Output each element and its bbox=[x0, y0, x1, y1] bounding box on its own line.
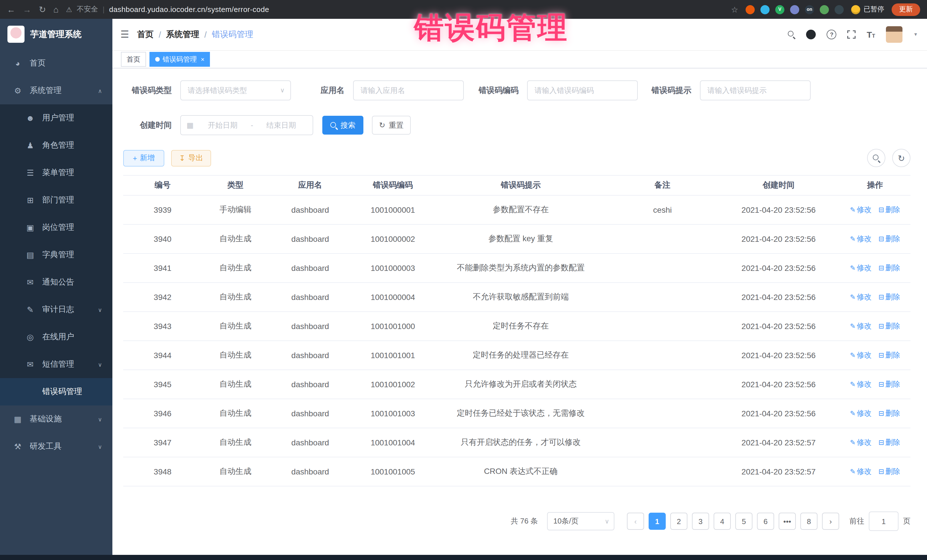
breadcrumb-item[interactable]: 首页 bbox=[137, 29, 154, 40]
edit-link[interactable]: ✎修改 bbox=[850, 322, 872, 330]
page-size-select[interactable]: 10条/页 ∨ bbox=[547, 512, 614, 530]
user-avatar[interactable] bbox=[886, 26, 903, 43]
edit-link[interactable]: ✎修改 bbox=[850, 351, 872, 359]
online-icon: ◎ bbox=[24, 332, 36, 341]
app-name-input[interactable] bbox=[353, 80, 464, 100]
sidebar-logo[interactable]: 芋道管理系统 bbox=[0, 19, 112, 50]
sidebar-item-role[interactable]: ♟角色管理 bbox=[0, 132, 112, 159]
forward-icon[interactable]: → bbox=[23, 5, 31, 14]
close-tab-icon[interactable]: × bbox=[201, 56, 205, 63]
sidebar-item-notice[interactable]: ✉通知公告 bbox=[0, 269, 112, 296]
error-code-input[interactable] bbox=[527, 80, 638, 100]
extension-vue-devtools-icon[interactable]: V bbox=[775, 5, 784, 14]
browser-home-icon[interactable]: ⌂ bbox=[53, 5, 58, 14]
back-icon[interactable]: ← bbox=[7, 5, 15, 14]
edit-link[interactable]: ✎修改 bbox=[850, 293, 872, 301]
edit-link[interactable]: ✎修改 bbox=[850, 438, 872, 446]
more-pages-button[interactable]: ••• bbox=[779, 513, 796, 530]
page-button-6[interactable]: 6 bbox=[757, 513, 774, 530]
sidebar-item-label: 系统管理 bbox=[30, 85, 62, 96]
reset-icon: ↻ bbox=[379, 121, 385, 129]
edit-link[interactable]: ✎修改 bbox=[850, 205, 872, 214]
delete-link[interactable]: ⊟删除 bbox=[878, 293, 900, 301]
prev-page-button[interactable]: ‹ bbox=[627, 513, 644, 530]
sidebar-item-post[interactable]: ▣岗位管理 bbox=[0, 214, 112, 241]
sidebar-item-user[interactable]: ☻用户管理 bbox=[0, 104, 112, 132]
extension-location-icon[interactable] bbox=[760, 5, 769, 14]
page-button-4[interactable]: 4 bbox=[714, 513, 731, 530]
cell-id: 3942 bbox=[123, 282, 202, 312]
error-hint-input[interactable] bbox=[700, 80, 811, 100]
sidebar-item-menu[interactable]: ☰菜单管理 bbox=[0, 159, 112, 187]
delete-link[interactable]: ⊟删除 bbox=[878, 205, 900, 214]
sidebar-item-home[interactable]: ◕首页 bbox=[0, 50, 112, 77]
page-button-3[interactable]: 3 bbox=[692, 513, 709, 530]
sidebar-item-dict[interactable]: ▤字典管理 bbox=[0, 241, 112, 269]
avatar-caret-icon[interactable]: ▼ bbox=[913, 32, 918, 37]
sidebar-item-errcode[interactable]: 错误码管理 bbox=[0, 378, 112, 405]
goto-page-input[interactable] bbox=[869, 511, 898, 531]
sidebar-item-online[interactable]: ◎在线用户 bbox=[0, 323, 112, 351]
address-bar[interactable]: ⚠ 不安全 | dashboard.yudao.iocoder.cn/syste… bbox=[66, 5, 738, 14]
delete-link[interactable]: ⊟删除 bbox=[878, 234, 900, 243]
sidebar-item-infra[interactable]: ▦基础设施∨ bbox=[0, 405, 112, 433]
extension-grid-icon[interactable] bbox=[790, 5, 799, 14]
refresh-table-button[interactable]: ↻ bbox=[892, 149, 910, 167]
sidebar-item-gear[interactable]: ⚙系统管理∧ bbox=[0, 77, 112, 104]
font-size-icon[interactable]: TT bbox=[867, 30, 875, 39]
delete-link[interactable]: ⊟删除 bbox=[878, 409, 900, 417]
delete-link[interactable]: ⊟删除 bbox=[878, 467, 900, 476]
sidebar-item-log[interactable]: ✎审计日志∨ bbox=[0, 296, 112, 323]
fullscreen-icon[interactable] bbox=[847, 30, 856, 39]
extension-pin-icon[interactable] bbox=[834, 5, 844, 14]
page-button-2[interactable]: 2 bbox=[670, 513, 687, 530]
search-button[interactable]: 搜索 bbox=[322, 116, 363, 135]
breadcrumb-item[interactable]: 系统管理 bbox=[166, 29, 199, 40]
cell-time: 2021-04-20 23:52:56 bbox=[718, 282, 840, 312]
browser-update-button[interactable]: 更新 bbox=[892, 3, 920, 16]
github-icon[interactable] bbox=[806, 30, 816, 39]
delete-link[interactable]: ⊟删除 bbox=[878, 322, 900, 330]
tab-item[interactable]: 首页 bbox=[121, 52, 146, 67]
tab-label: 首页 bbox=[127, 55, 140, 64]
delete-link[interactable]: ⊟删除 bbox=[878, 351, 900, 359]
edit-link[interactable]: ✎修改 bbox=[850, 234, 872, 243]
add-button[interactable]: + 新增 bbox=[123, 150, 164, 166]
date-range-picker[interactable]: ▦ 开始日期 - 结束日期 bbox=[180, 115, 313, 135]
cell-code: 1001001005 bbox=[351, 457, 434, 486]
paused-badge[interactable]: 已暂停 bbox=[851, 5, 884, 14]
extension-green-icon[interactable] bbox=[820, 5, 829, 14]
reset-button[interactable]: ↻ 重置 bbox=[372, 116, 411, 135]
filter-create-time: 创建时间 ▦ 开始日期 - 结束日期 bbox=[123, 115, 313, 135]
column-header: 创建时间 bbox=[718, 175, 840, 195]
help-icon[interactable]: ? bbox=[827, 30, 837, 39]
sidebar-item-dept[interactable]: ⊞部门管理 bbox=[0, 187, 112, 214]
sidebar-item-tool[interactable]: ⚒研发工具∨ bbox=[0, 433, 112, 460]
toggle-search-icon bbox=[873, 155, 880, 161]
edit-link[interactable]: ✎修改 bbox=[850, 264, 872, 272]
collapse-sidebar-icon[interactable]: ☰ bbox=[112, 29, 137, 41]
search-icon[interactable] bbox=[788, 31, 795, 38]
cell-code: 1001001002 bbox=[351, 370, 434, 399]
page-button-5[interactable]: 5 bbox=[736, 513, 752, 530]
next-page-button[interactable]: › bbox=[822, 513, 839, 530]
delete-link[interactable]: ⊟删除 bbox=[878, 380, 900, 389]
edit-link[interactable]: ✎修改 bbox=[850, 380, 872, 389]
extension-red-icon[interactable] bbox=[746, 5, 755, 14]
role-icon: ♟ bbox=[24, 141, 36, 150]
edit-link[interactable]: ✎修改 bbox=[850, 409, 872, 417]
edit-link[interactable]: ✎修改 bbox=[850, 467, 872, 476]
extension-switch-icon[interactable]: on bbox=[805, 5, 814, 14]
toggle-search-button[interactable] bbox=[867, 149, 885, 167]
page-button-1[interactable]: 1 bbox=[649, 513, 666, 530]
reload-icon[interactable]: ↻ bbox=[39, 5, 46, 14]
export-button[interactable]: ↧ 导出 bbox=[171, 150, 211, 166]
error-type-select[interactable]: 请选择错误码类型 ∨ bbox=[180, 80, 291, 100]
cell-time: 2021-04-20 23:52:56 bbox=[718, 341, 840, 370]
sidebar-item-sms[interactable]: ✉短信管理∨ bbox=[0, 351, 112, 378]
delete-link[interactable]: ⊟删除 bbox=[878, 264, 900, 272]
tab-active[interactable]: 错误码管理× bbox=[149, 52, 210, 67]
delete-link[interactable]: ⊟删除 bbox=[878, 438, 900, 446]
page-button-8[interactable]: 8 bbox=[800, 513, 818, 530]
bookmark-star-icon[interactable]: ☆ bbox=[731, 5, 738, 14]
